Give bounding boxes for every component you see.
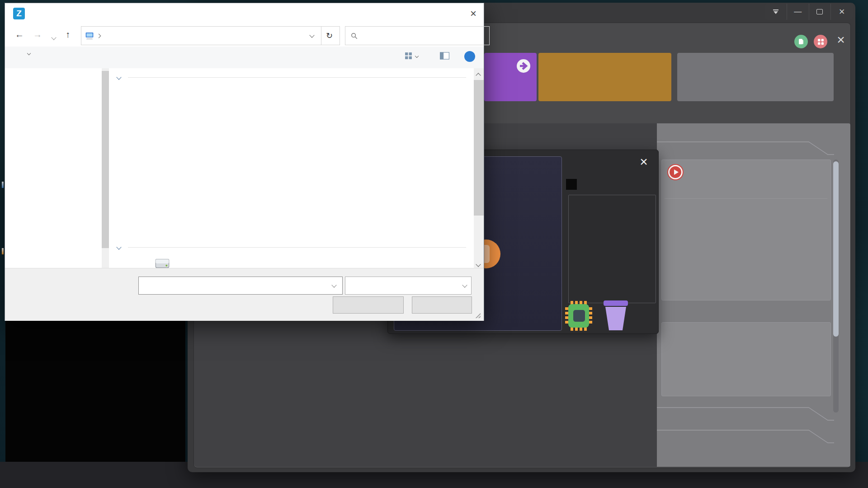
- collapse-button[interactable]: [765, 4, 787, 20]
- drives-group-header[interactable]: [117, 245, 466, 249]
- collapse-icon: [773, 9, 779, 14]
- forward-button[interactable]: →: [33, 29, 42, 40]
- grid-icon: [817, 38, 824, 45]
- power-meter: [538, 53, 671, 101]
- screenshot-button[interactable]: [794, 35, 808, 48]
- record-icon: [668, 165, 683, 179]
- back-button[interactable]: ←: [15, 29, 24, 40]
- dialog-close-button[interactable]: ×: [636, 154, 652, 170]
- help-button[interactable]: [464, 51, 475, 62]
- pages-icon: [797, 38, 805, 45]
- navigation-bar: ← → ↑ ↻: [5, 24, 484, 47]
- chip-icon[interactable]: [565, 301, 592, 333]
- right-panel: [657, 123, 850, 467]
- filetype-dropdown-chevron: [462, 282, 467, 287]
- condition-divider: [665, 198, 827, 199]
- desktop-icon-sliver-blue: [2, 182, 4, 188]
- scroll-up-icon[interactable]: [476, 71, 480, 79]
- dialog-resize-grip[interactable]: [474, 312, 481, 318]
- dialog-content: [5, 68, 484, 268]
- file-picker-dialog: Z × ← → ↑ ↻: [5, 3, 484, 321]
- folder-grid: [114, 86, 472, 243]
- up-button[interactable]: ↑: [66, 29, 70, 40]
- maximize-button[interactable]: [809, 4, 831, 20]
- view-tiles-icon: [405, 52, 412, 60]
- online-header-decor: [657, 141, 840, 157]
- search-input[interactable]: [345, 26, 490, 45]
- info-box: [568, 195, 656, 303]
- organize-button[interactable]: [24, 52, 30, 55]
- address-dropdown-chevron[interactable]: [309, 33, 314, 38]
- breadcrumb-chevron: [97, 33, 101, 38]
- sub-meter: [677, 53, 834, 101]
- close-button[interactable]: ×: [830, 4, 853, 20]
- command-bar: [5, 47, 484, 69]
- current-meter: [484, 53, 537, 101]
- swap-icon[interactable]: [516, 58, 531, 75]
- scroll-down-icon[interactable]: [476, 260, 480, 268]
- history-chevron[interactable]: [52, 33, 56, 41]
- log-header-decor: [657, 430, 840, 445]
- window-controls: — ×: [765, 4, 853, 20]
- folders-group-header[interactable]: [117, 75, 466, 79]
- address-bar[interactable]: [81, 26, 321, 45]
- desktop-icon-sliver-orange: [2, 248, 4, 254]
- trash-icon[interactable]: [602, 300, 630, 333]
- search-icon: [351, 33, 358, 39]
- desktop: — × ×: [0, 0, 868, 488]
- dialog-close-icon[interactable]: ×: [466, 7, 481, 20]
- list-scrollbar-thumb[interactable]: [474, 80, 484, 216]
- panel-close-button[interactable]: ×: [833, 32, 849, 47]
- view-tiles-button[interactable]: [405, 52, 418, 60]
- apps-button[interactable]: [814, 35, 827, 48]
- filename-input[interactable]: [138, 277, 343, 295]
- filetype-select[interactable]: [345, 277, 472, 295]
- filename-dropdown-chevron[interactable]: [331, 282, 336, 287]
- minimize-button[interactable]: —: [787, 4, 809, 20]
- dialog-titlebar: Z ×: [5, 3, 484, 24]
- record-button[interactable]: [667, 164, 684, 180]
- offline-header-decor: [657, 407, 840, 422]
- preview-pane-button[interactable]: [440, 52, 449, 61]
- panel-scrollbar-thumb[interactable]: [833, 161, 839, 337]
- collapse-chevron-icon: [116, 75, 121, 80]
- drive-item[interactable]: [154, 258, 175, 269]
- collapse-chevron-icon: [116, 244, 121, 249]
- open-button[interactable]: [333, 296, 404, 314]
- disk-icon: [154, 258, 170, 269]
- maximize-icon: [816, 9, 823, 14]
- refresh-button[interactable]: ↻: [319, 26, 340, 45]
- sample-rate-group: [661, 322, 831, 396]
- sidebar-scrollbar-thumb[interactable]: [102, 71, 109, 248]
- computer-icon: [85, 32, 94, 40]
- app-z-icon: Z: [13, 8, 25, 19]
- sidebar: [5, 71, 101, 268]
- cancel-button[interactable]: [412, 296, 472, 314]
- condition-group: [661, 160, 831, 300]
- transparent-checkbox[interactable]: [566, 179, 577, 190]
- preview-pane-icon: [440, 52, 449, 60]
- dialog-footer: [5, 268, 484, 321]
